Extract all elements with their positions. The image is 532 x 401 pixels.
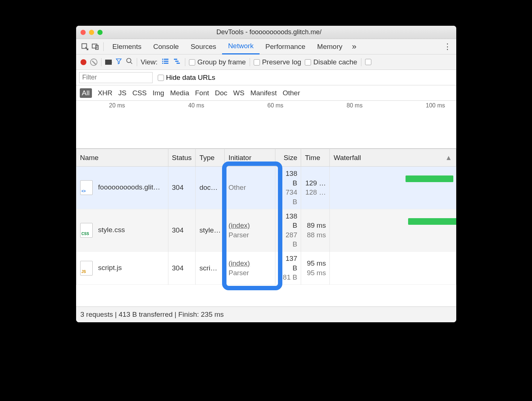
cell-name[interactable]: CSS style.css: [76, 209, 168, 252]
svg-rect-5: [162, 59, 163, 60]
cell-size: 137 B81 B: [275, 252, 301, 285]
filter-bar: Hide data URLs: [76, 70, 456, 85]
sort-ascending-icon: ▲: [445, 154, 452, 162]
view-list-icon[interactable]: [161, 58, 169, 66]
divider: [103, 42, 104, 51]
filter-doc[interactable]: Doc: [215, 89, 227, 97]
svg-rect-11: [174, 59, 177, 60]
svg-rect-12: [175, 61, 178, 62]
table-row[interactable]: CSS style.css 304 style… (index)Parser 1…: [76, 209, 456, 252]
cell-name[interactable]: <> fooooooooods.glit…: [76, 167, 168, 209]
col-header-size[interactable]: Size: [275, 149, 301, 167]
zoom-window-button[interactable]: [97, 30, 103, 35]
preserve-log-checkbox[interactable]: Preserve log: [254, 58, 301, 66]
resource-type-filters: All XHR JS CSS Img Media Font Doc WS Man…: [76, 85, 456, 101]
cell-name[interactable]: JS script.js: [76, 252, 168, 285]
cell-size: 138 B734 B: [275, 167, 301, 209]
inspect-element-icon[interactable]: [80, 42, 90, 52]
cell-waterfall: [330, 209, 456, 252]
cell-size: 138 B287 B: [275, 209, 301, 252]
cell-time: 95 ms95 ms: [301, 252, 330, 285]
cell-type: style…: [196, 209, 225, 252]
panel-tabs: Elements Console Sources Network Perform…: [76, 39, 456, 54]
col-header-initiator[interactable]: Initiator: [225, 149, 275, 167]
filter-all[interactable]: All: [80, 88, 92, 98]
record-button[interactable]: [81, 59, 86, 65]
filter-img[interactable]: Img: [153, 89, 164, 97]
cell-type: doc…: [196, 167, 225, 209]
network-summary: 3 requests | 413 B transferred | Finish:…: [76, 307, 456, 322]
css-file-icon: CSS: [80, 223, 93, 238]
col-header-status[interactable]: Status: [168, 149, 196, 167]
view-waterfall-icon[interactable]: [173, 58, 181, 66]
svg-rect-10: [164, 63, 168, 64]
tab-memory[interactable]: Memory: [311, 39, 349, 54]
request-name: fooooooooods.glit…: [98, 183, 160, 191]
doc-file-icon: <>: [80, 180, 93, 195]
search-icon[interactable]: [126, 57, 133, 67]
filter-font[interactable]: Font: [195, 89, 209, 97]
svg-point-3: [126, 58, 131, 63]
filter-other[interactable]: Other: [283, 89, 300, 97]
svg-rect-1: [92, 44, 97, 48]
filter-xhr[interactable]: XHR: [98, 89, 113, 97]
network-requests-table: Name Status Type Initiator Size Time Wat…: [76, 149, 456, 285]
devtools-window: DevTools - fooooooooods.glitch.me/ Eleme…: [76, 26, 456, 322]
cell-initiator[interactable]: (index)Parser: [225, 209, 275, 252]
cell-initiator[interactable]: Other: [225, 167, 275, 209]
request-name: script.js: [98, 264, 122, 272]
more-tabs-button[interactable]: »: [348, 42, 360, 52]
filter-input[interactable]: [79, 72, 153, 83]
svg-rect-9: [162, 63, 163, 64]
window-title: DevTools - fooooooooods.glitch.me/: [108, 28, 430, 36]
cell-initiator[interactable]: (index)Parser: [225, 252, 275, 285]
table-row[interactable]: JS script.js 304 scri… (index)Parser 137…: [76, 252, 456, 285]
cell-type: scri…: [196, 252, 225, 285]
offline-checkbox-partial[interactable]: [365, 59, 371, 65]
col-header-waterfall[interactable]: Waterfall ▲: [330, 149, 456, 167]
hide-data-urls-checkbox[interactable]: Hide data URLs: [158, 74, 215, 82]
tab-console[interactable]: Console: [147, 39, 185, 54]
table-header-row: Name Status Type Initiator Size Time Wat…: [76, 149, 456, 167]
disable-cache-checkbox[interactable]: Disable cache: [305, 58, 357, 66]
screenshot-icon[interactable]: [105, 60, 112, 65]
svg-rect-6: [164, 59, 168, 60]
table-empty-area: [76, 285, 456, 307]
cell-time: 89 ms88 ms: [301, 209, 330, 252]
cell-waterfall: [330, 252, 456, 285]
js-file-icon: JS: [80, 261, 93, 276]
filter-media[interactable]: Media: [170, 89, 189, 97]
table-row[interactable]: <> fooooooooods.glit… 304 doc… Other 138…: [76, 167, 456, 209]
clear-button[interactable]: [90, 58, 97, 66]
tab-network[interactable]: Network: [222, 39, 260, 54]
kebab-menu-icon[interactable]: ⋮: [442, 42, 453, 52]
tab-sources[interactable]: Sources: [185, 39, 222, 54]
tab-performance[interactable]: Performance: [260, 39, 311, 54]
view-label: View:: [141, 58, 158, 66]
filter-manifest[interactable]: Manifest: [250, 89, 277, 97]
network-toolbar: View: Group by frame Preserve log Disabl…: [76, 54, 456, 70]
col-header-type[interactable]: Type: [196, 149, 225, 167]
traffic-lights: [81, 30, 103, 35]
group-by-frame-checkbox[interactable]: Group by frame: [189, 58, 246, 66]
request-name: style.css: [98, 226, 125, 234]
cell-status: 304: [168, 167, 196, 209]
close-window-button[interactable]: [81, 30, 86, 35]
filter-css[interactable]: CSS: [132, 89, 147, 97]
tab-elements[interactable]: Elements: [107, 39, 147, 54]
cell-time: 129 …128 …: [301, 167, 330, 209]
timeline-ticks: 20 ms 40 ms 60 ms 80 ms 100 ms: [76, 101, 456, 109]
titlebar: DevTools - fooooooooods.glitch.me/: [76, 26, 456, 39]
svg-rect-13: [176, 63, 180, 64]
device-toolbar-icon[interactable]: [90, 42, 100, 52]
svg-line-4: [130, 62, 132, 64]
col-header-name[interactable]: Name: [76, 149, 168, 167]
svg-rect-8: [164, 61, 168, 62]
filter-toggle-icon[interactable]: [115, 58, 122, 66]
timeline-overview[interactable]: 20 ms 40 ms 60 ms 80 ms 100 ms: [76, 101, 456, 149]
filter-ws[interactable]: WS: [233, 89, 244, 97]
filter-js[interactable]: JS: [118, 89, 126, 97]
svg-rect-7: [162, 61, 163, 62]
col-header-time[interactable]: Time: [301, 149, 330, 167]
minimize-window-button[interactable]: [89, 30, 94, 35]
